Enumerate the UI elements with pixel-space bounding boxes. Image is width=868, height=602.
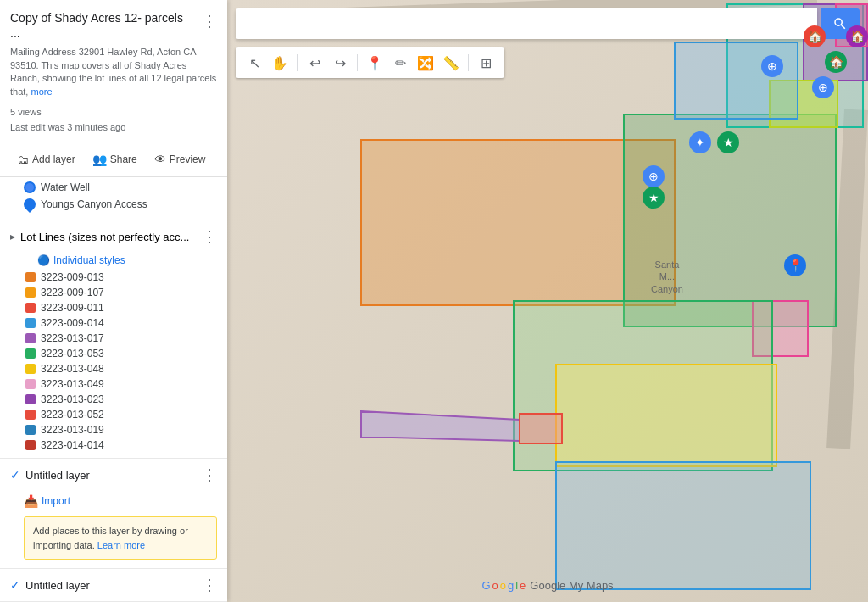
list-item[interactable]: 3223-013-023 — [25, 392, 217, 407]
redo-button[interactable]: ↪ — [328, 51, 352, 75]
untitled-layer-1-more-icon[interactable]: ⋮ — [202, 465, 217, 484]
search-icon — [832, 16, 848, 31]
sidebar-toolbar: 🗂 Add layer 👥 Share 👁 Preview — [0, 142, 227, 177]
parcel-color-swatch — [25, 440, 36, 450]
list-item[interactable]: 3223-013-017 — [25, 331, 217, 346]
untitled-layer-2-title: Untitled layer — [25, 579, 90, 592]
expand-icon: ▸ — [10, 231, 15, 242]
more-link[interactable]: more — [31, 86, 52, 97]
map-description: Mailing Address 32901 Hawley Rd, Acton C… — [10, 46, 217, 98]
pin-home-1[interactable]: 🏠 — [804, 25, 826, 47]
parcel-color-swatch — [25, 287, 36, 298]
import-button[interactable]: 📥 Import — [0, 491, 227, 511]
pin-blue-4[interactable]: ⊕ — [812, 76, 834, 98]
preview-icon: 👁 — [154, 153, 166, 166]
svg-rect-12 — [520, 414, 562, 443]
parcel-color-swatch — [25, 318, 36, 328]
pin-home-2[interactable]: 🏠 — [825, 51, 847, 73]
learn-more-link[interactable]: Learn more — [97, 540, 145, 550]
pin-green-2[interactable]: ★ — [643, 187, 665, 209]
ctrl-separator-2 — [357, 54, 358, 71]
list-item[interactable]: 3223-013-053 — [25, 346, 217, 361]
measure-tool[interactable]: 📏 — [439, 51, 463, 75]
pin-blue-2[interactable]: ⊕ — [643, 165, 665, 187]
untitled-layer-1: ✓ Untitled layer ⋮ 📥 Import Add places t… — [0, 459, 227, 569]
sidebar: Copy of Shady Acres 12- parcels ... ⋮ Ma… — [0, 0, 227, 602]
sidebar-content: Water Well Youngs Canyon Access ▸ Lot Li… — [0, 177, 227, 602]
parcels-svg — [227, 0, 868, 602]
grid-tool[interactable]: ⊞ — [474, 51, 498, 75]
parcel-color-swatch — [25, 333, 36, 343]
undo-button[interactable]: ↩ — [303, 51, 326, 75]
list-item[interactable]: 3223-009-013 — [25, 270, 217, 285]
list-item[interactable]: Water Well — [24, 179, 217, 196]
parcel-color-swatch — [25, 364, 36, 374]
untitled-layer-1-title: Untitled layer — [25, 469, 90, 482]
directions-tool[interactable]: 🔀 — [414, 51, 437, 75]
svg-marker-11 — [361, 411, 520, 441]
layer-check-icon: ✓ — [10, 468, 20, 482]
map-title: Copy of Shady Acres 12- parcels ... — [10, 10, 195, 41]
list-item[interactable]: 3223-013-019 — [25, 422, 217, 438]
share-icon: 👥 — [92, 153, 107, 166]
list-item[interactable]: 3223-009-011 — [25, 300, 217, 315]
info-box: Add places to this layer by drawing or i… — [24, 516, 217, 560]
parcel-color-swatch — [25, 410, 36, 420]
list-item[interactable]: 3223-014-014 — [25, 438, 217, 453]
svg-rect-10 — [556, 462, 810, 589]
share-button[interactable]: 👥 Share — [86, 149, 144, 170]
list-item[interactable]: 3223-013-048 — [25, 361, 217, 376]
sidebar-header: Copy of Shady Acres 12- parcels ... ⋮ Ma… — [0, 0, 227, 142]
parcel-color-swatch — [25, 379, 36, 389]
parcel-color-swatch — [25, 425, 36, 435]
parcel-color-swatch — [25, 272, 36, 282]
lot-lines-header[interactable]: ▸ Lot Lines (sizes not perfectly acc... … — [0, 220, 227, 253]
more-menu-icon[interactable]: ⋮ — [202, 12, 217, 31]
import-icon: 📥 — [24, 494, 38, 508]
list-item[interactable]: 3223-013-049 — [25, 376, 217, 392]
layer-2-check-icon: ✓ — [10, 578, 20, 592]
pin-tool[interactable]: 📍 — [363, 51, 387, 75]
search-bar — [236, 8, 860, 39]
cursor-tool[interactable]: ↖ — [242, 51, 266, 75]
pan-tool[interactable]: ✋ — [268, 51, 292, 75]
add-layer-icon: 🗂 — [17, 153, 29, 166]
untitled-layer-2-more-icon[interactable]: ⋮ — [202, 576, 217, 594]
list-item[interactable]: Youngs Canyon Access — [24, 196, 217, 213]
points-layer-section: Water Well Youngs Canyon Access — [0, 177, 227, 220]
ctrl-separator-1 — [297, 54, 298, 71]
line-tool[interactable]: ✏ — [388, 51, 412, 75]
pin-blue-1[interactable]: ✦ — [689, 131, 711, 153]
pin-blue-3[interactable]: ⊕ — [761, 55, 783, 77]
map-area[interactable]: ✦ ★ ⊕ ★ ⊕ 🏠 🏠 🏠 ⊕ 📍 SantaM...Canyon ↖ ✋ — [227, 0, 868, 602]
lot-lines-more-icon[interactable]: ⋮ — [202, 227, 217, 246]
map-label-santa: SantaM...Canyon — [651, 259, 683, 295]
access-icon — [21, 196, 38, 213]
parcel-color-swatch — [25, 303, 36, 313]
pin-green-1[interactable]: ★ — [717, 131, 739, 153]
untitled-layer-1-header[interactable]: ✓ Untitled layer ⋮ — [0, 459, 227, 491]
well-icon — [24, 181, 36, 193]
list-item[interactable]: 3223-009-107 — [25, 285, 217, 300]
svg-rect-6 — [675, 42, 798, 119]
parcel-color-swatch — [25, 394, 36, 404]
untitled-layer-2: ✓ Untitled layer ⋮ — [0, 569, 227, 602]
pin-location[interactable]: 📍 — [784, 254, 806, 276]
svg-rect-9 — [556, 365, 776, 466]
google-watermark: Google Google My Maps — [481, 579, 613, 592]
sidebar-meta: 5 views Last edit was 3 minutes ago — [10, 105, 217, 135]
pin-purple-1[interactable]: 🏠 — [846, 25, 868, 47]
search-input[interactable] — [236, 8, 817, 39]
parcel-color-swatch — [25, 348, 36, 359]
individual-styles-label[interactable]: 🔵 Individual styles — [0, 253, 227, 270]
points-list: Water Well Youngs Canyon Access — [0, 177, 227, 220]
lot-lines-section: ▸ Lot Lines (sizes not perfectly acc... … — [0, 220, 227, 459]
untitled-layer-2-header[interactable]: ✓ Untitled layer ⋮ — [0, 569, 227, 601]
add-layer-button[interactable]: 🗂 Add layer — [10, 149, 82, 170]
list-item[interactable]: 3223-013-052 — [25, 407, 217, 422]
ctrl-separator-3 — [468, 54, 469, 71]
map-controls-toolbar: ↖ ✋ ↩ ↪ 📍 ✏ 🔀 📏 ⊞ — [236, 47, 504, 78]
list-item[interactable]: 3223-009-014 — [25, 315, 217, 331]
styles-icon: 🔵 — [37, 254, 50, 266]
preview-button[interactable]: 👁 Preview — [147, 149, 213, 170]
